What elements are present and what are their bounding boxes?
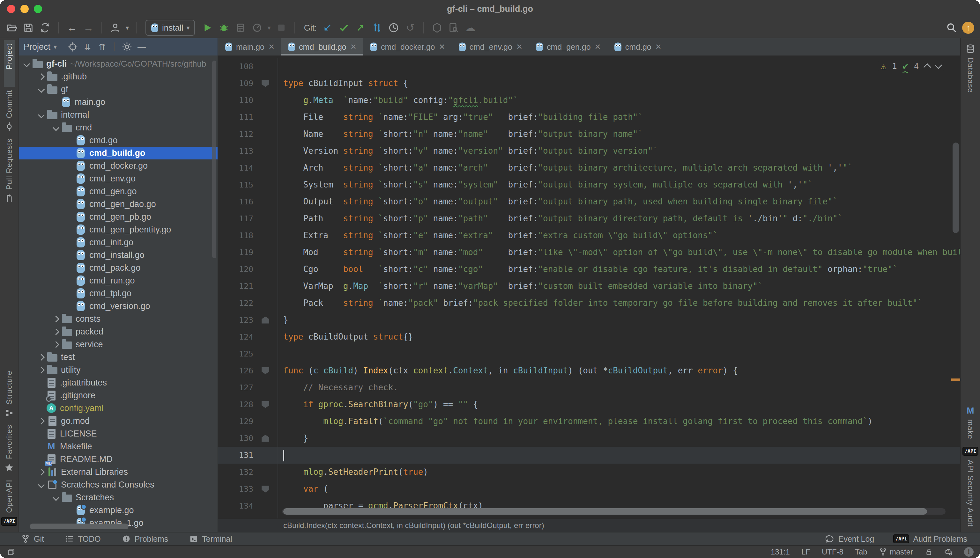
- close-tab-icon[interactable]: ✕: [595, 43, 601, 51]
- tree-item-packed[interactable]: packed: [19, 325, 217, 338]
- editor-tab-cmd_gen-go[interactable]: cmd_gen.go✕: [529, 38, 607, 56]
- tree-item-makefile[interactable]: MMakefile: [19, 440, 217, 453]
- fold-marker-icon[interactable]: [253, 481, 278, 497]
- tool-bar-button-problems[interactable]: Problems: [122, 534, 168, 544]
- expand-all-icon[interactable]: ⇊: [82, 42, 92, 52]
- search-everywhere-icon[interactable]: [945, 22, 958, 34]
- tree-chevron-icon[interactable]: [53, 124, 59, 131]
- tree-item-scratches[interactable]: Scratches: [19, 491, 217, 504]
- run-button[interactable]: [201, 22, 214, 34]
- tree-item-go-mod[interactable]: go.mod: [19, 415, 217, 427]
- user-icon[interactable]: [109, 22, 121, 34]
- sync-icon[interactable]: [39, 22, 51, 34]
- tree-item-service[interactable]: service: [19, 338, 217, 351]
- notifications-icon[interactable]: !: [964, 547, 973, 557]
- tree-chevron-icon[interactable]: [53, 341, 59, 348]
- tree-item-license[interactable]: LICENSE: [19, 427, 217, 440]
- forward-icon[interactable]: →: [82, 22, 94, 34]
- close-tab-icon[interactable]: ✕: [655, 43, 662, 51]
- fold-marker-icon[interactable]: [253, 430, 278, 447]
- tool-stripe-button-make[interactable]: Mmake: [965, 402, 976, 443]
- editor-tab-main-go[interactable]: main.go✕: [218, 38, 281, 56]
- fold-marker-icon[interactable]: [253, 362, 278, 379]
- tree-item-cmd-gen-dao-go[interactable]: cmd_gen_dao.go: [19, 198, 217, 210]
- tree-item-scratches-and-consoles[interactable]: Scratches and Consoles: [19, 478, 217, 491]
- back-icon[interactable]: ←: [66, 22, 78, 34]
- tool-stripe-button-api-security-audit[interactable]: /APIAPI Security Audit: [965, 443, 976, 530]
- tree-item-cmd-gen-go[interactable]: cmd_gen.go: [19, 185, 217, 198]
- tree-item--gitattributes[interactable]: .gitattributes: [19, 376, 217, 389]
- tree-item-cmd-gen-pb-go[interactable]: cmd_gen_pb.go: [19, 210, 217, 223]
- breadcrumb[interactable]: cBuild.Index(ctx context.Context, in cBu…: [218, 521, 544, 530]
- tree-chevron-icon[interactable]: [38, 481, 44, 488]
- update-available-icon[interactable]: ↑: [962, 22, 974, 34]
- tool-stripe-button-favorites[interactable]: Favorites: [4, 422, 15, 476]
- tree-item-example-go[interactable]: example.go: [19, 504, 217, 517]
- editor-tab-cmd-go[interactable]: cmd.go✕: [607, 38, 668, 56]
- tree-chevron-icon[interactable]: [38, 111, 44, 118]
- project-tree[interactable]: gf-cli~/Workspace/Go/GOPATH/src/github.g…: [19, 56, 217, 532]
- close-tab-icon[interactable]: ✕: [350, 43, 357, 51]
- editor-vertical-scrollbar[interactable]: [952, 143, 959, 233]
- cloud-settings-icon[interactable]: ?: [944, 548, 952, 556]
- profiler-button[interactable]: [251, 22, 263, 34]
- lock-icon[interactable]: [924, 548, 933, 556]
- line-separator[interactable]: LF: [801, 548, 810, 556]
- indent-style[interactable]: Tab: [855, 548, 867, 556]
- tree-item-utility[interactable]: utility: [19, 363, 217, 376]
- tree-item--gitignore[interactable]: .gitignore: [19, 389, 217, 402]
- tool-stripe-button-project[interactable]: Project: [4, 40, 15, 87]
- tree-chevron-icon[interactable]: [38, 354, 44, 360]
- tree-horizontal-scrollbar[interactable]: [30, 524, 128, 529]
- tree-chevron-icon[interactable]: [38, 417, 44, 424]
- tool-bar-button-todo[interactable]: TODO: [65, 534, 101, 544]
- settings-gear-icon[interactable]: [122, 42, 132, 52]
- tree-item-cmd-tpl-go[interactable]: cmd_tpl.go: [19, 287, 217, 300]
- debug-button[interactable]: [218, 22, 230, 34]
- shelve-icon[interactable]: [431, 22, 443, 34]
- tool-stripe-button-database[interactable]: Database: [965, 40, 976, 96]
- tree-chevron-icon[interactable]: [38, 468, 44, 475]
- tool-bar-button-git[interactable]: Git: [21, 534, 44, 544]
- tree-chevron-icon[interactable]: [53, 328, 59, 335]
- git-commit-icon[interactable]: [338, 22, 350, 34]
- cloud-icon[interactable]: ☁: [464, 22, 476, 34]
- tool-stripe-button-pull-requests[interactable]: Pull Requests: [4, 135, 15, 207]
- tree-item-main-go[interactable]: main.go: [19, 96, 217, 108]
- find-usages-icon[interactable]: [447, 22, 460, 34]
- caret-position[interactable]: 131:1: [771, 548, 790, 556]
- tree-item-gf[interactable]: gf: [19, 83, 217, 96]
- tree-item-internal[interactable]: internal: [19, 108, 217, 121]
- tool-stripe-button-commit[interactable]: Commit: [4, 87, 15, 136]
- history-icon[interactable]: [388, 22, 400, 34]
- editor-tab-cmd_docker-go[interactable]: cmd_docker.go✕: [363, 38, 452, 56]
- collapse-all-icon[interactable]: ⇈: [97, 42, 107, 52]
- tree-vertical-scrollbar[interactable]: [212, 61, 216, 258]
- tree-item--github[interactable]: .github: [19, 70, 217, 83]
- fold-marker-icon[interactable]: [253, 75, 278, 92]
- close-tab-icon[interactable]: ✕: [268, 43, 275, 51]
- open-icon[interactable]: [6, 22, 18, 34]
- previous-problem-icon[interactable]: [923, 63, 931, 71]
- close-tab-icon[interactable]: ✕: [516, 43, 523, 51]
- rollback-icon[interactable]: ↺: [404, 22, 416, 34]
- tree-item-cmd[interactable]: cmd: [19, 121, 217, 134]
- coverage-button[interactable]: [235, 22, 247, 34]
- editor-tab-cmd_build-go[interactable]: cmd_build.go✕: [281, 38, 363, 56]
- tool-windows-icon[interactable]: [7, 547, 16, 557]
- tree-item-cmd-install-go[interactable]: cmd_install.go: [19, 249, 217, 261]
- tree-item-cmd-init-go[interactable]: cmd_init.go: [19, 236, 217, 249]
- stop-button[interactable]: [275, 22, 288, 34]
- hide-panel-icon[interactable]: —: [136, 42, 147, 52]
- tree-item-cmd-version-go[interactable]: cmd_version.go: [19, 300, 217, 312]
- git-branch[interactable]: master: [879, 548, 913, 556]
- inspections-widget[interactable]: ⚠ 1 ✔ 4: [878, 60, 944, 72]
- editor-tab-cmd_env-go[interactable]: cmd_env.go✕: [452, 38, 529, 56]
- tree-item-cmd-docker-go[interactable]: cmd_docker.go: [19, 159, 217, 172]
- tree-item-gf-cli[interactable]: gf-cli~/Workspace/Go/GOPATH/src/github: [19, 57, 217, 70]
- warning-stripe-mark[interactable]: [951, 379, 960, 381]
- file-encoding[interactable]: UTF-8: [822, 548, 844, 556]
- tool-stripe-button-structure[interactable]: Structure: [4, 367, 15, 422]
- editor-horizontal-scrollbar[interactable]: [282, 508, 945, 515]
- chevron-down-icon[interactable]: ▾: [54, 43, 57, 51]
